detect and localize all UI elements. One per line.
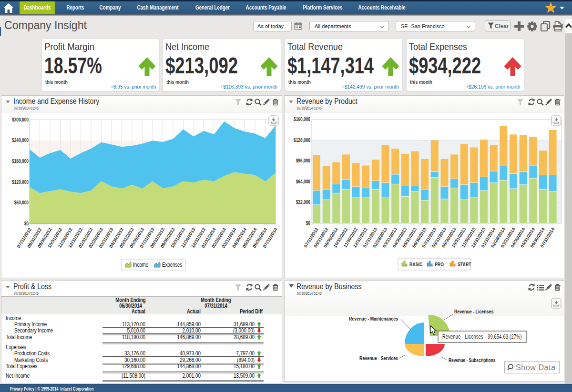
svg-text:$60,000: $60,000 [14, 200, 29, 205]
svg-text:Total Expenses: Total Expenses [6, 362, 38, 370]
svg-text:$96,000: $96,000 [296, 158, 311, 163]
svg-text:$160,000: $160,000 [294, 117, 310, 122]
svg-text:Revenue - Services: Revenue - Services [359, 355, 398, 361]
svg-text:Total Income: Total Income [6, 333, 32, 341]
svg-text:07/30/2014 01:45: 07/30/2014 01:45 [297, 106, 322, 111]
svg-text:$300,000: $300,000 [12, 117, 29, 122]
svg-text:Profit & Loss: Profit & Loss [13, 282, 51, 291]
svg-text:Actual: Actual [187, 308, 201, 315]
svg-text:144,868.00: 144,868.00 [177, 362, 201, 370]
svg-text:Revenue by Product: Revenue by Product [296, 97, 358, 106]
svg-text:15,180.00: 15,180.00 [234, 362, 255, 370]
svg-text:129,688.00: 129,688.00 [122, 362, 146, 370]
svg-text:33,176.00: 33,176.00 [124, 350, 145, 357]
svg-text:$240,000: $240,000 [12, 138, 29, 143]
svg-text:118,180.00: 118,180.00 [122, 333, 145, 341]
svg-text:Income: Income [133, 261, 149, 268]
svg-text:$32,000: $32,000 [296, 200, 311, 205]
svg-text:28,689.00: 28,689.00 [234, 333, 255, 341]
svg-text:Revenue - Maintenances: Revenue - Maintenances [349, 316, 398, 322]
svg-text:40,973.00: 40,973.00 [180, 350, 201, 357]
svg-text:BASIC: BASIC [409, 261, 422, 267]
svg-text:$128,000: $128,000 [294, 138, 310, 143]
svg-text:146,869.00: 146,869.00 [177, 333, 201, 341]
svg-text:$64,000: $64,000 [296, 179, 311, 184]
svg-text:Revenue - Licenses - 39,654.63: Revenue - Licenses - 39,654.63 (27%) [442, 333, 522, 340]
svg-text:Actual: Actual [132, 308, 145, 315]
svg-text:Production Costs: Production Costs [14, 350, 50, 357]
svg-text:Revenue by Business: Revenue by Business [296, 282, 362, 291]
svg-text:7,797.00: 7,797.00 [236, 350, 255, 357]
svg-text:Net Income: Net Income [6, 372, 30, 379]
svg-text:$180,000: $180,000 [12, 159, 29, 164]
svg-text:Expenses: Expenses [162, 261, 182, 268]
svg-text:Show Data: Show Data [516, 363, 556, 372]
svg-text:$120,000: $120,000 [12, 180, 29, 185]
svg-text:07/30/2014 01:45: 07/30/2014 01:45 [14, 291, 39, 296]
svg-text:07/31/2014: 07/31/2014 [204, 302, 227, 309]
svg-text:Revenue - Subscriptions: Revenue - Subscriptions [449, 357, 496, 363]
svg-text:Revenue - Licenses: Revenue - Licenses [454, 309, 493, 314]
svg-text:07/30/2014 01:45: 07/30/2014 01:45 [297, 291, 322, 296]
svg-text:Period Diff: Period Diff [240, 308, 263, 315]
svg-text:07/30/2014 01:45: 07/30/2014 01:45 [14, 106, 39, 111]
svg-text:$0: $0 [24, 221, 29, 226]
svg-text:PRO: PRO [435, 261, 444, 267]
svg-text:START: START [458, 261, 471, 267]
svg-text:$0: $0 [306, 221, 311, 226]
svg-text:Income and Expense History: Income and Expense History [13, 97, 100, 106]
